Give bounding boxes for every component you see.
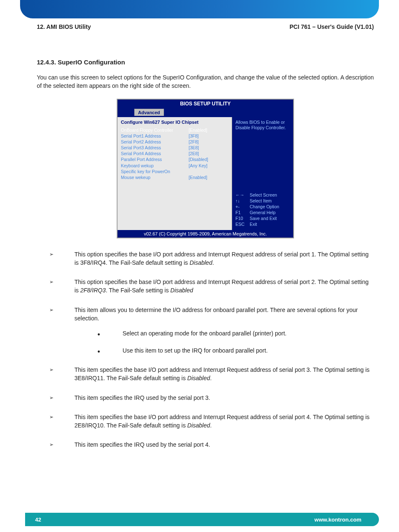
definition-text: This item specifies the base I/O port ad… (74, 366, 370, 381)
bios-right-pane: Allows BIOS to Enable or Disable Floppy … (232, 117, 293, 230)
definition-sub-text: Select an operating mode for the onboard… (123, 330, 286, 337)
header-doc-title: PCI 761 – User's Guide (V1.01) (289, 23, 374, 30)
bios-help-action: Select Item (250, 198, 272, 204)
definition-item: ➢ This item specifies the IRQ used by th… (37, 394, 374, 402)
bios-config-value: [Any Key] (189, 163, 228, 169)
bios-help-key: ESC (235, 221, 250, 227)
bios-config-row: Serial Port2 Address[2F8] (121, 139, 228, 145)
page-number: 42 (35, 517, 41, 523)
bios-config-label: OnBoard Floppy Controller (121, 127, 189, 133)
bullet-icon: • (97, 346, 100, 357)
definition-item: ➢ This option specifies the base I/O por… (37, 250, 374, 267)
definition-item: ➢ This item specifies the base I/O port … (37, 366, 374, 383)
chevron-right-icon: ➢ (49, 414, 54, 421)
page-header: 12. AMI BIOS Utility PCI 761 – User's Gu… (37, 23, 374, 30)
bios-tab-advanced: Advanced (134, 109, 164, 116)
page-content: 12.4.3. SuperIO Configuration You can us… (37, 59, 374, 460)
bios-config-label: Keyboard wekup (121, 163, 189, 169)
definition-text: This option specifies the base I/O port … (74, 251, 368, 266)
definition-item: ➢ This item specifies the IRQ used by th… (37, 440, 374, 449)
bios-config-value: [2E8] (189, 151, 228, 156)
bios-help-action: Save and Exit (250, 215, 277, 221)
bios-config-row: Parallel Port Address[Disabled] (121, 156, 228, 162)
definition-item: ➢ This item allows you to determine the … (37, 306, 374, 355)
definition-item: ➢ This item specifies the base I/O port … (37, 413, 374, 430)
bios-title: BIOS SETUP UTILITY (118, 100, 293, 108)
bios-config-row: Serial Port1 Address[3F8] (121, 133, 228, 139)
bios-config-label: Serial Port1 Address (121, 133, 189, 139)
bios-help-row: +-Change Option (235, 204, 290, 210)
header-section: 12. AMI BIOS Utility (37, 23, 91, 30)
bios-help-row: F1General Help (235, 210, 290, 215)
bios-help-row: ESCExit (235, 221, 290, 227)
bios-config-value: [Enabled] (189, 174, 228, 180)
bios-help-key: +- (235, 204, 250, 210)
chevron-right-icon: ➢ (49, 441, 54, 448)
bios-help-key: ↑↓ (235, 198, 250, 204)
bios-config-label: Parallel Port Address (121, 156, 189, 162)
bios-config-row: Serial Port3 Address[3E8] (121, 145, 228, 151)
bios-help-key: F10 (235, 215, 250, 221)
definition-list: ➢ This option specifies the base I/O por… (37, 250, 374, 449)
bios-help-row: ↑↓Select Item (235, 198, 290, 204)
definition-text: This item specifies the IRQ used by the … (74, 394, 210, 401)
bios-left-pane: Configure Win627 Super IO Chipset OnBoar… (118, 117, 232, 230)
bios-help-action: Change Option (250, 204, 279, 210)
chevron-right-icon: ➢ (49, 366, 54, 373)
bios-screenshot: BIOS SETUP UTILITY Advanced Configure Wi… (117, 99, 294, 238)
bios-help-row: ←→Select Screen (235, 192, 290, 198)
chevron-right-icon: ➢ (49, 394, 54, 402)
page-footer: 42 www.kontron.com (25, 513, 379, 526)
definition-sub-item: • Select an operating mode for the onboa… (74, 329, 374, 338)
bullet-icon: • (97, 329, 100, 340)
chevron-right-icon: ➢ (49, 307, 54, 314)
bios-config-row: Keyboard wekup[Any Key] (121, 163, 228, 169)
section-heading: 12.4.3. SuperIO Configuration (37, 59, 374, 66)
footer-url: www.kontron.com (315, 517, 361, 523)
bios-help-key: F1 (235, 210, 250, 215)
page-top-stripe (20, 0, 379, 18)
bios-config-value: [Disabled] (189, 156, 228, 162)
bios-config-label: Serial Port4 Address (121, 151, 189, 156)
bios-config-row: OnBoard Floppy Controller[Enabled] (121, 127, 228, 133)
bios-config-value: [3E8] (189, 145, 228, 151)
bios-help-list: ←→Select Screen↑↓Select Item+-Change Opt… (235, 192, 290, 228)
chevron-right-icon: ➢ (49, 279, 54, 286)
bios-config-row: Serial Port4 Address[2E8] (121, 151, 228, 156)
bios-config-value (189, 169, 228, 174)
bios-help-key: ←→ (235, 192, 250, 198)
bios-config-row: Mouse wekeup[Enabled] (121, 174, 228, 180)
bios-config-label: Mouse wekeup (121, 174, 189, 180)
definition-sub-item: • Use this item to set up the IRQ for on… (74, 346, 374, 355)
bios-copyright: v02.67 (C) Copyright 1985-2009, American… (118, 230, 293, 238)
bios-config-value: [Enabled] (189, 127, 228, 133)
bios-help-action: Select Screen (250, 192, 277, 198)
chevron-right-icon: ➢ (49, 251, 54, 258)
definition-text: This option specifies the base I/O port … (74, 279, 368, 294)
section-intro: You can use this screen to select option… (37, 73, 374, 90)
bios-config-row: Specific key for PowerOn (121, 169, 228, 174)
bios-help-action: General Help (250, 210, 276, 215)
bios-help-action: Exit (250, 221, 257, 227)
definition-item: ➢ This option specifies the base I/O por… (37, 278, 374, 295)
definition-text: This item specifies the base I/O port ad… (74, 414, 370, 429)
definition-sub-text: Use this item to set up the IRQ for onbo… (123, 347, 268, 354)
definition-text: This item allows you to determine the I/… (74, 307, 358, 322)
bios-help-row: F10Save and Exit (235, 215, 290, 221)
definition-text: This item specifies the IRQ used by the … (74, 441, 210, 448)
bios-item-desc: Allows BIOS to Enable or Disable Floppy … (235, 120, 290, 131)
bios-config-label: Serial Port2 Address (121, 139, 189, 145)
bios-config-title: Configure Win627 Super IO Chipset (121, 120, 228, 125)
bios-config-value: [3F8] (189, 133, 228, 139)
bios-config-value: [2F8] (189, 139, 228, 145)
bios-config-label: Specific key for PowerOn (121, 169, 189, 174)
bios-config-label: Serial Port3 Address (121, 145, 189, 151)
bios-tab-bar: Advanced (118, 108, 293, 117)
